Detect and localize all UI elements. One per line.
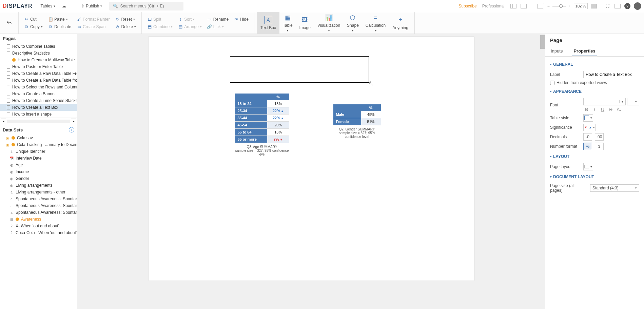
insert-text-box[interactable]: A Text Box (257, 12, 279, 34)
delete-button[interactable]: ⊘Delete▾ (114, 24, 137, 30)
table-row[interactable]: Male49% (333, 111, 381, 118)
search-input-wrap[interactable]: 🔍 (109, 2, 183, 11)
add-dataset-button[interactable]: + (69, 127, 74, 132)
dataset-item[interactable]: ▦Awareness (0, 216, 77, 223)
dataset-item[interactable]: ◐Income (0, 168, 77, 175)
format-currency[interactable]: $ (595, 143, 604, 150)
dataset-item[interactable]: aSpontaneous Awareness: Spontaneous (0, 209, 77, 216)
bold-button[interactable]: B (583, 107, 589, 112)
cloud-sync-icon[interactable]: ☁ (59, 2, 69, 10)
tables-menu[interactable]: Tables▾ (38, 2, 58, 10)
dataset-item[interactable]: ◐Age (0, 162, 77, 168)
present-icon[interactable] (614, 3, 621, 9)
underline-button[interactable]: U (600, 107, 606, 112)
dataset-item[interactable]: ◐Living arrangements (0, 182, 77, 189)
page-layout-select[interactable]: ▾ (583, 163, 593, 170)
dataset-item[interactable]: 📅Interview Date (0, 155, 77, 162)
section-layout[interactable]: LAYOUT (550, 152, 639, 161)
page-item[interactable]: How to Create a Time Series Stacked by Y (0, 97, 77, 104)
font-color-button[interactable]: A▾ (616, 107, 622, 112)
undo-button[interactable] (3, 20, 16, 26)
layout-left-panel[interactable] (510, 3, 517, 9)
table-row[interactable]: 55 to 6416% (235, 129, 289, 136)
zoom-slider[interactable] (552, 6, 566, 6)
zoom-value[interactable]: 102 % (574, 3, 588, 9)
layout-page[interactable] (537, 3, 544, 9)
italic-button[interactable]: I (591, 107, 598, 112)
insert-shape[interactable]: ⬡ Shape▾ (344, 12, 362, 34)
canvas-vscroll[interactable] (540, 34, 545, 309)
dataset-item[interactable]: aLiving arrangements - other (0, 189, 77, 195)
insert-table[interactable]: ▦ Table▾ (279, 12, 296, 34)
insert-anything[interactable]: + Anything (389, 12, 412, 34)
page-label-input[interactable] (583, 71, 639, 78)
section-general[interactable]: GENERAL (550, 60, 639, 69)
layout-no-panel[interactable] (520, 3, 527, 9)
page-item[interactable]: How to Create a Text Box (0, 104, 77, 111)
scroll-right-button[interactable]: ▸ (71, 119, 76, 124)
page-item[interactable]: How to insert a shape (0, 111, 77, 118)
page-item[interactable]: How to Create a Raw Data Table from Var (0, 77, 77, 84)
section-appearance[interactable]: APPEARANCE (550, 87, 639, 96)
table-row[interactable]: 18 to 2413% (235, 100, 289, 107)
page-item[interactable]: How to Create a Raw Data Table From a V (0, 70, 77, 77)
font-size-select[interactable]: ▾ (627, 98, 639, 105)
paste-button[interactable]: 📋Paste▾ (47, 16, 73, 22)
subscribe-link[interactable]: Subscribe (458, 4, 476, 8)
scroll-left-button[interactable]: ◂ (1, 119, 6, 124)
hidden-checkbox[interactable] (550, 81, 554, 85)
zoom-out-button[interactable]: − (547, 4, 550, 8)
insert-visualization[interactable]: 📊 Visualization▾ (314, 12, 344, 34)
dataset-item[interactable]: 2Coca-Cola - When 'out and about' (0, 229, 77, 236)
reset-button[interactable]: ↺Reset▾ (114, 16, 137, 22)
insert-calculation[interactable]: = Calculation▾ (362, 12, 389, 34)
page-item[interactable]: How to Combine Tables (0, 43, 77, 50)
dataset-item[interactable]: aSpontaneous Awareness: Spontaneous (0, 202, 77, 209)
cut-button[interactable]: ✂Cut (23, 16, 44, 22)
tab-inputs[interactable]: Inputs (549, 46, 564, 56)
fullscreen-icon[interactable]: ⛶ (604, 3, 611, 9)
age-summary-table[interactable]: % 18 to 2413%25-3422%▲35-4422%▲45-5420%5… (235, 94, 289, 143)
table-style-select[interactable]: ▾ (583, 114, 593, 122)
canvas-area[interactable]: A↓ % 18 to 2413%25-3422%▲35-4422%▲45-542… (77, 34, 545, 309)
help-button[interactable]: ? (624, 3, 630, 9)
table-row[interactable]: Female51% (333, 118, 381, 125)
page-item[interactable]: How to Create a Banner (0, 90, 77, 97)
table-row[interactable]: 25-3422%▲ (235, 107, 289, 115)
hscroll-track[interactable] (7, 120, 70, 123)
table-row[interactable]: 65 or more7%▼ (235, 136, 289, 143)
page-item[interactable]: How to Select the Rows and Columns to A (0, 84, 77, 90)
significance-select[interactable]: ▼▲▾ (583, 124, 596, 131)
insert-image[interactable]: 🖼 Image (296, 12, 314, 34)
font-family-select[interactable]: ▾ (583, 98, 626, 105)
dataset-item[interactable]: ◐Gender (0, 175, 77, 182)
page-size-select[interactable]: Standard (4:3)▾ (590, 184, 639, 192)
search-input[interactable] (120, 4, 179, 8)
dataset-item[interactable]: 2X- When 'out and about' (0, 223, 77, 229)
table-row[interactable]: 35-4422%▲ (235, 115, 289, 122)
dataset-item[interactable]: 2Unique Identifier (0, 148, 77, 155)
duplicate-button[interactable]: ⧉Duplicate (47, 24, 73, 30)
page-item[interactable]: How to Paste or Enter Table (0, 63, 77, 70)
dataset-item[interactable]: aSpontaneous Awareness: Spontaneous (0, 195, 77, 202)
publish-menu[interactable]: ⇧Publish▾ (78, 2, 105, 10)
gender-summary-table[interactable]: % Male49%Female51% (333, 104, 381, 125)
format-percent[interactable]: % (583, 143, 592, 150)
tab-properties[interactable]: Properties (572, 46, 597, 56)
user-avatar[interactable] (634, 2, 641, 10)
text-box-object[interactable] (230, 56, 369, 83)
dataset-item[interactable]: ▣Cola.sav (0, 135, 77, 141)
dataset-item[interactable]: ▣Cola Tracking - January to December. (0, 141, 77, 148)
page-item[interactable]: Descriptive Statistics (0, 50, 77, 57)
zoom-in-button[interactable]: + (569, 4, 571, 8)
rename-button[interactable]: ▭Rename (206, 16, 230, 22)
table-row[interactable]: 45-5420% (235, 122, 289, 129)
decimals-decrease[interactable]: .0 (583, 133, 592, 141)
page-item[interactable]: How to Create a Multiway Table (0, 57, 77, 63)
fit-to-page[interactable] (590, 3, 597, 9)
page-canvas[interactable]: A↓ % 18 to 2413%25-3422%▲35-4422%▲45-542… (149, 37, 474, 281)
copy-button[interactable]: ⧉Copy▾ (23, 24, 44, 30)
hide-button[interactable]: 👁Hide (233, 16, 250, 22)
section-document-layout[interactable]: DOCUMENT LAYOUT (550, 172, 639, 181)
decimals-increase[interactable]: .00 (595, 133, 604, 141)
